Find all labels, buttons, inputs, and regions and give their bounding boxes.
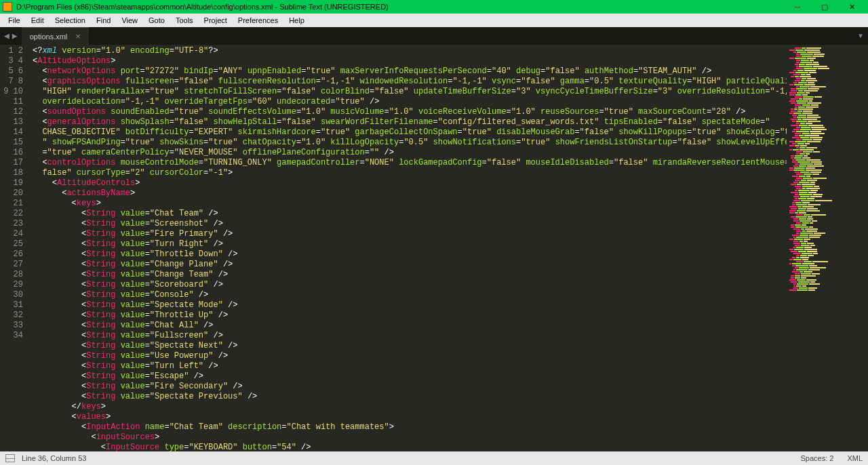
menu-preferences[interactable]: Preferences bbox=[233, 15, 283, 26]
code-editor[interactable]: <?xml version="1.0" encoding="UTF-8"?> <… bbox=[33, 45, 787, 451]
close-button[interactable]: ✕ bbox=[838, 0, 865, 14]
nav-back-icon[interactable]: ◀ bbox=[4, 31, 9, 41]
cursor-position[interactable]: Line 36, Column 53 bbox=[22, 454, 86, 462]
menu-file[interactable]: File bbox=[3, 15, 26, 26]
menu-edit[interactable]: Edit bbox=[26, 15, 50, 26]
tab-label: options.xml bbox=[30, 33, 68, 41]
tab-dropdown-icon[interactable]: ▼ bbox=[859, 33, 863, 40]
menu-find[interactable]: Find bbox=[91, 15, 116, 26]
titlebar[interactable]: D:\Program Files (x86)\Steam\steamapps\c… bbox=[0, 0, 868, 14]
statusbar: Line 36, Column 53 Spaces: 2 XML bbox=[0, 451, 868, 465]
tab-close-icon[interactable]: × bbox=[75, 31, 81, 41]
nav-forward-icon[interactable]: ▶ bbox=[12, 31, 18, 41]
syntax-setting[interactable]: XML bbox=[847, 454, 863, 462]
menu-goto[interactable]: Goto bbox=[143, 15, 170, 26]
menu-view[interactable]: View bbox=[116, 15, 143, 26]
menu-selection[interactable]: Selection bbox=[50, 15, 91, 26]
tab-options-xml[interactable]: options.xml × bbox=[22, 27, 89, 45]
menubar: FileEditSelectionFindViewGotoToolsProjec… bbox=[0, 14, 868, 27]
line-gutter[interactable]: 1 2 3 4 5 6 7 8 9 10 11 12 13 14 15 16 1… bbox=[0, 45, 33, 451]
minimap[interactable] bbox=[787, 45, 868, 451]
menu-help[interactable]: Help bbox=[283, 15, 310, 26]
menu-tools[interactable]: Tools bbox=[170, 15, 199, 26]
menu-project[interactable]: Project bbox=[199, 15, 233, 26]
indent-setting[interactable]: Spaces: 2 bbox=[800, 454, 833, 462]
tabbar: ◀ ▶ options.xml × ▼ bbox=[0, 27, 868, 45]
panel-switcher-icon[interactable] bbox=[5, 454, 15, 462]
app-icon bbox=[3, 2, 12, 12]
minimize-button[interactable]: ─ bbox=[784, 0, 811, 14]
editor-area: 1 2 3 4 5 6 7 8 9 10 11 12 13 14 15 16 1… bbox=[0, 45, 868, 451]
window-title: D:\Program Files (x86)\Steam\steamapps\c… bbox=[16, 3, 784, 11]
maximize-button[interactable]: ▢ bbox=[811, 0, 838, 14]
